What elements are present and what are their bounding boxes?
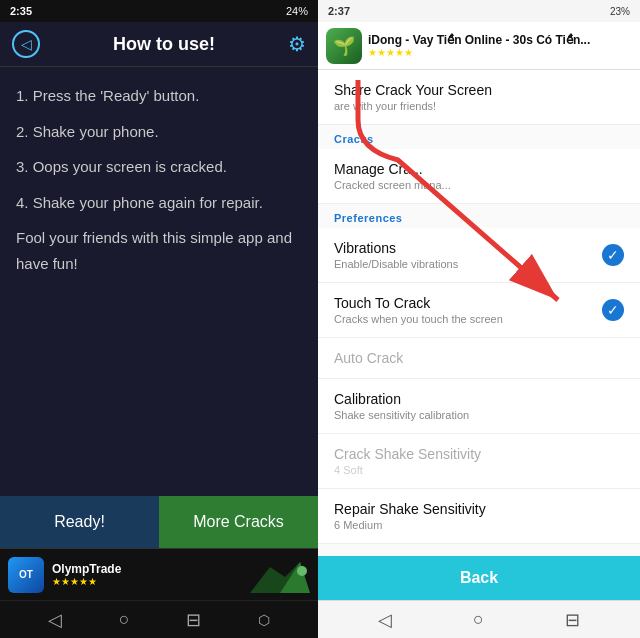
touch-crack-title: Touch To Crack xyxy=(334,295,602,311)
manage-cracks-sub: Cracked screen mana... xyxy=(334,179,624,191)
auto-crack-title: Auto Crack xyxy=(334,350,624,366)
left-time: 2:35 xyxy=(10,5,32,17)
vibrations-sub: Enable/Disable vibrations xyxy=(334,258,602,270)
settings-manage-cracks[interactable]: Manage Cra... Cracked screen mana... xyxy=(318,149,640,204)
back-button-right[interactable]: Back xyxy=(318,556,640,600)
nav-recent-right[interactable]: ⊟ xyxy=(565,609,580,631)
nav-home-right[interactable]: ○ xyxy=(473,609,484,630)
ad-banner-left[interactable]: OT OlympTrade ★★★★★ xyxy=(0,548,318,600)
left-panel: 2:35 24% ◁ How to use! ⚙ 1. Press the 'R… xyxy=(0,0,318,638)
settings-list: Share Crack Your Screen are with your fr… xyxy=(318,70,640,556)
action-buttons: Ready! More Cracks xyxy=(0,496,318,548)
right-time: 2:37 xyxy=(328,5,350,17)
calibration-title: Calibration xyxy=(334,391,624,407)
nav-recent-left[interactable]: ⊟ xyxy=(186,609,201,631)
instruction-4: 4. Shake your phone again for repair. xyxy=(16,190,302,216)
share-crack-title: Share Crack Your Screen xyxy=(334,82,624,98)
crack-shake-title: Crack Shake Sensitivity xyxy=(334,446,624,462)
crack-shake-sub: 4 Soft xyxy=(334,464,624,476)
ad-logo-left: OT xyxy=(8,557,44,593)
vibrations-title: Vibrations xyxy=(334,240,602,256)
instructions-content: 1. Press the 'Ready' button. 2. Shake yo… xyxy=(0,67,318,496)
instruction-3: 3. Oops your screen is cracked. xyxy=(16,154,302,180)
left-title: How to use! xyxy=(40,34,288,55)
ad-info-left: OlympTrade ★★★★★ xyxy=(52,562,121,587)
gear-icon[interactable]: ⚙ xyxy=(288,32,306,56)
right-status-icons: 23% xyxy=(610,6,630,17)
svg-point-2 xyxy=(297,566,307,576)
settings-touch-to-crack[interactable]: Touch To Crack Cracks when you touch the… xyxy=(318,283,640,338)
status-bar-right: 2:37 23% xyxy=(318,0,640,22)
settings-auto-crack: Auto Crack xyxy=(318,338,640,379)
settings-calibration[interactable]: Calibration Shake sensitivity calibratio… xyxy=(318,379,640,434)
ad-text-right: iDong - Vay Tiền Online - 30s Có Tiền...… xyxy=(368,33,632,58)
left-header: ◁ How to use! ⚙ xyxy=(0,22,318,67)
share-crack-sub: are with your friends! xyxy=(334,100,624,112)
calibration-sub: Shake sensitivity calibration xyxy=(334,409,624,421)
settings-repair-shake[interactable]: Repair Shake Sensitivity 6 Medium xyxy=(318,489,640,544)
settings-vibrations[interactable]: Vibrations Enable/Disable vibrations ✓ xyxy=(318,228,640,283)
manage-cracks-title: Manage Cra... xyxy=(334,161,624,177)
ad-title-right: iDong - Vay Tiền Online - 30s Có Tiền... xyxy=(368,33,632,47)
nav-bar-left: ◁ ○ ⊟ ⬡ xyxy=(0,600,318,638)
ad-stars-left: ★★★★★ xyxy=(52,576,121,587)
right-panel: 2:37 23% 🌱 iDong - Vay Tiền Online - 30s… xyxy=(318,0,640,638)
more-cracks-button[interactable]: More Cracks xyxy=(159,496,318,548)
nav-back-right[interactable]: ◁ xyxy=(378,609,392,631)
section-cracks: Cracks xyxy=(318,125,640,149)
back-button-left[interactable]: ◁ xyxy=(12,30,40,58)
settings-share-crack[interactable]: Share Crack Your Screen are with your fr… xyxy=(318,70,640,125)
ad-name-left: OlympTrade xyxy=(52,562,121,576)
ready-button[interactable]: Ready! xyxy=(0,496,159,548)
left-battery: 24% xyxy=(286,5,308,17)
nav-bar-right: ◁ ○ ⊟ xyxy=(318,600,640,638)
instruction-5: Fool your friends with this simple app a… xyxy=(16,225,302,276)
repair-shake-sub: 6 Medium xyxy=(334,519,624,531)
section-preferences: Preferences xyxy=(318,204,640,228)
touch-crack-checkbox[interactable]: ✓ xyxy=(602,299,624,321)
ad-icon-right: 🌱 xyxy=(326,28,362,64)
ad-banner-right[interactable]: 🌱 iDong - Vay Tiền Online - 30s Có Tiền.… xyxy=(318,22,640,70)
instruction-1: 1. Press the 'Ready' button. xyxy=(16,83,302,109)
touch-crack-sub: Cracks when you touch the screen xyxy=(334,313,602,325)
settings-crack-shake: Crack Shake Sensitivity 4 Soft xyxy=(318,434,640,489)
vibrations-checkbox[interactable]: ✓ xyxy=(602,244,624,266)
right-battery: 23% xyxy=(610,6,630,17)
back-icon-left: ◁ xyxy=(21,36,32,52)
nav-back-left[interactable]: ◁ xyxy=(48,609,62,631)
nav-home-left[interactable]: ○ xyxy=(119,609,130,630)
instruction-2: 2. Shake your phone. xyxy=(16,119,302,145)
nav-extra-left[interactable]: ⬡ xyxy=(258,612,270,628)
ad-rating-right: ★★★★★ xyxy=(368,47,632,58)
left-status-icons: 24% xyxy=(286,5,308,17)
repair-shake-title: Repair Shake Sensitivity xyxy=(334,501,624,517)
status-bar-left: 2:35 24% xyxy=(0,0,318,22)
